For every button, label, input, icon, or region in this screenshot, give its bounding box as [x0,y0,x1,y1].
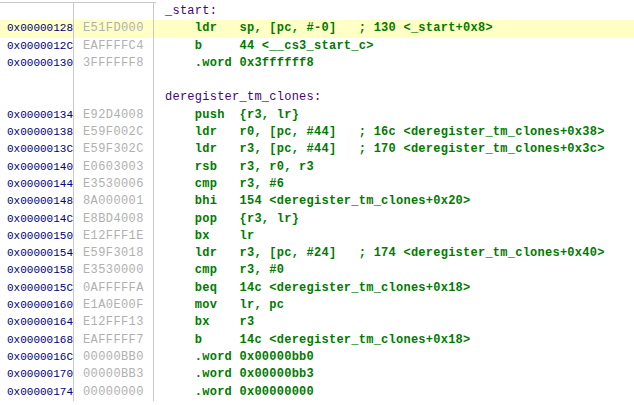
instruction-row[interactable]: 0x00000168 EAFFFFF7 b 14c <deregister_tm… [0,332,634,349]
instruction-row[interactable]: 0x00000130 3FFFFFF8 .word 0x3ffffff8 [0,55,634,72]
disassembly-cell: .word 0x00000bb3 [154,366,634,383]
instruction-row[interactable]: 0x00000158 E3530000 cmp r3, #0 [0,262,634,279]
instruction-row[interactable]: 0x0000016C 00000BB0 .word 0x00000bb0 [0,349,634,366]
disassembly-cell: bx r3 [154,314,634,331]
address-cell: 0x00000168 [0,332,74,349]
opcode-cell [74,89,154,106]
instruction-row[interactable]: 0x00000170 00000BB3 .word 0x00000bb3 [0,366,634,383]
disassembly-cell: push {r3, lr} [154,107,634,124]
disassembly-cell: bhi 154 <deregister_tm_clones+0x20> [154,193,634,210]
opcode-cell: E0603003 [74,159,154,176]
instruction-row[interactable]: 0x0000012C EAFFFFC4 b 44 <__cs3_start_c> [0,38,634,55]
disassembly-cell [154,72,634,89]
address-cell: 0x0000013C [0,141,74,158]
opcode-cell: E8BD4008 [74,211,154,228]
disassembly-cell: ldr r3, [pc, #44] ; 170 <deregister_tm_c… [154,141,634,158]
address-cell: 0x0000014C [0,211,74,228]
symbol-label-row[interactable]: _start: [0,3,634,20]
address-cell: 0x00000154 [0,245,74,262]
address-cell: 0x00000140 [0,159,74,176]
disassembly-cell: .word 0x00000000 [154,384,634,401]
disassembly-cell: pop {r3, lr} [154,211,634,228]
table-top-border [0,2,156,3]
disassembly-cell: cmp r3, #6 [154,176,634,193]
opcode-cell: E59F3018 [74,245,154,262]
address-cell: 0x00000128 [0,20,74,37]
disassembly-cell: mov lr, pc [154,297,634,314]
address-cell: 0x00000130 [0,55,74,72]
opcode-cell: E3530000 [74,262,154,279]
instruction-row[interactable]: 0x00000164 E12FFF13 bx r3 [0,314,634,331]
address-cell [0,3,74,20]
blank-row[interactable] [0,72,634,89]
opcode-cell: 00000BB0 [74,349,154,366]
instruction-row[interactable]: 0x0000014C E8BD4008 pop {r3, lr} [0,211,634,228]
opcode-cell: 0AFFFFFA [74,280,154,297]
address-cell: 0x00000148 [0,193,74,210]
opcode-cell: E51FD000 [74,20,154,37]
address-cell: 0x00000164 [0,314,74,331]
opcode-cell: EAFFFFC4 [74,38,154,55]
instruction-row[interactable]: 0x0000013C E59F302C ldr r3, [pc, #44] ; … [0,141,634,158]
address-cell: 0x00000170 [0,366,74,383]
address-cell: 0x00000134 [0,107,74,124]
disassembly-cell: b 14c <deregister_tm_clones+0x18> [154,332,634,349]
instruction-row[interactable]: 0x00000154 E59F3018 ldr r3, [pc, #24] ; … [0,245,634,262]
instruction-row[interactable]: 0x0000015C 0AFFFFFA beq 14c <deregister_… [0,280,634,297]
opcode-cell: E12FFF13 [74,314,154,331]
address-cell: 0x00000174 [0,384,74,401]
address-cell: 0x00000144 [0,176,74,193]
instruction-row[interactable]: 0x00000134 E92D4008 push {r3, lr} [0,107,634,124]
instruction-row[interactable]: 0x00000148 8A000001 bhi 154 <deregister_… [0,193,634,210]
instruction-row[interactable]: 0x00000144 E3530006 cmp r3, #6 [0,176,634,193]
opcode-cell: EAFFFFF7 [74,332,154,349]
opcode-cell: E59F302C [74,141,154,158]
disassembly-rows: _start: 0x00000128 E51FD000 ldr sp, [pc,… [0,3,634,401]
disassembly-cell: ldr sp, [pc, #-0] ; 130 <_start+0x8> [154,20,634,37]
opcode-cell: 00000BB3 [74,366,154,383]
instruction-row[interactable]: 0x00000140 E0603003 rsb r3, r0, r3 [0,159,634,176]
disassembly-cell: beq 14c <deregister_tm_clones+0x18> [154,280,634,297]
address-cell: 0x00000150 [0,228,74,245]
address-cell: 0x00000158 [0,262,74,279]
instruction-row[interactable]: 0x00000138 E59F002C ldr r0, [pc, #44] ; … [0,124,634,141]
instruction-row[interactable]: 0x00000150 E12FFF1E bx lr [0,228,634,245]
disassembly-cell: _start: [154,3,634,20]
opcode-cell: E1A0E00F [74,297,154,314]
address-cell: 0x00000160 [0,297,74,314]
disassembly-cell: .word 0x00000bb0 [154,349,634,366]
disassembly-cell: cmp r3, #0 [154,262,634,279]
address-cell: 0x00000138 [0,124,74,141]
instruction-row[interactable]: 0x00000174 00000000 .word 0x00000000 [0,384,634,401]
disassembly-cell: ldr r3, [pc, #24] ; 174 <deregister_tm_c… [154,245,634,262]
address-cell [0,89,74,106]
opcode-cell [74,3,154,20]
opcode-cell: 00000000 [74,384,154,401]
disassembly-cell: .word 0x3ffffff8 [154,55,634,72]
opcode-cell [74,72,154,89]
opcode-cell: E12FFF1E [74,228,154,245]
disassembly-cell: ldr r0, [pc, #44] ; 16c <deregister_tm_c… [154,124,634,141]
instruction-row[interactable]: 0x00000160 E1A0E00F mov lr, pc [0,297,634,314]
opcode-cell: E92D4008 [74,107,154,124]
address-cell: 0x0000015C [0,280,74,297]
instruction-row[interactable]: 0x00000128 E51FD000 ldr sp, [pc, #-0] ; … [0,20,634,37]
disassembly-view: _start: 0x00000128 E51FD000 ldr sp, [pc,… [0,0,634,405]
opcode-cell: 8A000001 [74,193,154,210]
disassembly-cell: deregister_tm_clones: [154,89,634,106]
opcode-cell: E3530006 [74,176,154,193]
address-cell [0,72,74,89]
address-cell: 0x0000016C [0,349,74,366]
symbol-label-row[interactable]: deregister_tm_clones: [0,89,634,106]
disassembly-cell: b 44 <__cs3_start_c> [154,38,634,55]
opcode-cell: E59F002C [74,124,154,141]
address-cell: 0x0000012C [0,38,74,55]
opcode-cell: 3FFFFFF8 [74,55,154,72]
disassembly-cell: rsb r3, r0, r3 [154,159,634,176]
disassembly-cell: bx lr [154,228,634,245]
